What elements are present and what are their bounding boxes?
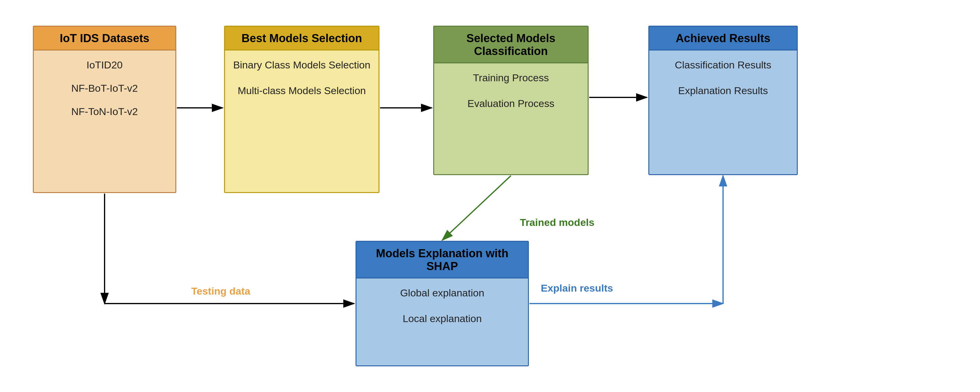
selected-models-header: Selected Models Classification (434, 27, 588, 63)
explanation-body: Global explanation Local explanation (356, 279, 528, 333)
explanation-item-2: Local explanation (361, 310, 523, 327)
best-item-1: Binary Class Models Selection (230, 56, 374, 74)
trained-models-label: Trained models (520, 217, 594, 228)
achieved-results-header: Achieved Results (649, 27, 797, 51)
explanation-box: Models Explanation with SHAP Global expl… (356, 241, 529, 366)
best-models-box: Best Models Selection Binary Class Model… (224, 26, 379, 193)
iot-datasets-box: IoT IDS Datasets IoTID20 NF-BoT-IoT-v2 N… (33, 26, 176, 193)
achieved-item-2: Explanation Results (654, 82, 792, 99)
iot-datasets-header: IoT IDS Datasets (34, 27, 175, 51)
diagram: IoT IDS Datasets IoTID20 NF-BoT-IoT-v2 N… (27, 17, 953, 375)
selected-item-2: Evaluation Process (439, 95, 583, 112)
iot-item-2: NF-BoT-IoT-v2 (38, 80, 170, 97)
explanation-header: Models Explanation with SHAP (356, 242, 528, 279)
achieved-results-body: Classification Results Explanation Resul… (649, 51, 797, 105)
best-models-header: Best Models Selection (225, 27, 379, 51)
achieved-results-box: Achieved Results Classification Results … (648, 26, 798, 175)
iot-datasets-body: IoTID20 NF-BoT-IoT-v2 NF-ToN-IoT-v2 (34, 51, 175, 126)
achieved-item-1: Classification Results (654, 56, 792, 74)
best-models-body: Binary Class Models Selection Multi-clas… (225, 51, 379, 105)
testing-data-label: Testing data (191, 285, 251, 297)
iot-item-3: NF-ToN-IoT-v2 (38, 103, 170, 120)
arrow-selected-explanation (442, 176, 511, 240)
explanation-item-1: Global explanation (361, 284, 523, 302)
best-item-2: Multi-class Models Selection (230, 82, 374, 99)
selected-item-1: Training Process (439, 69, 583, 87)
iot-item-1: IoTID20 (38, 56, 170, 74)
selected-models-body: Training Process Evaluation Process (434, 63, 588, 118)
explain-results-label: Explain results (541, 282, 613, 294)
selected-models-box: Selected Models Classification Training … (433, 26, 589, 175)
